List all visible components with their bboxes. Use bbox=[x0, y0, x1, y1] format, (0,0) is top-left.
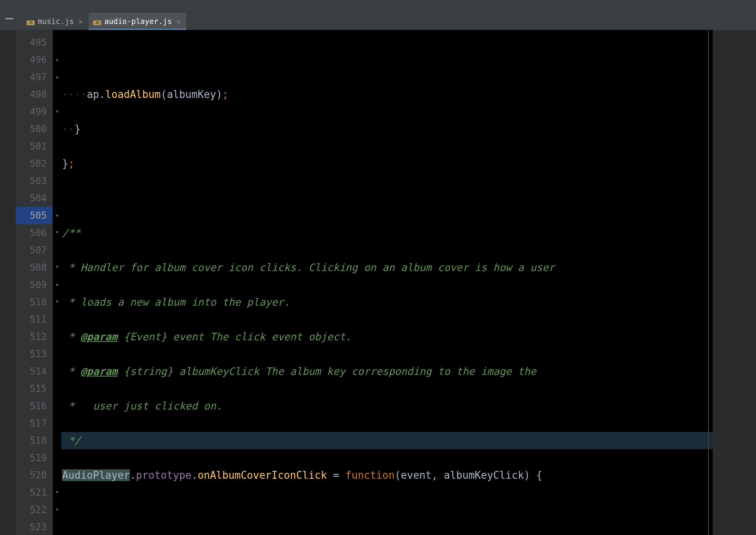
line-number[interactable]: 516 bbox=[16, 397, 52, 415]
fold-open-icon[interactable] bbox=[53, 224, 61, 241]
code-line[interactable]: }; bbox=[61, 155, 713, 172]
fold-close-icon[interactable] bbox=[53, 276, 61, 293]
code-line[interactable]: AudioPlayer.prototype.onAlbumCoverIconCl… bbox=[61, 467, 713, 484]
line-number[interactable]: 507 bbox=[16, 242, 52, 259]
tab-music-js[interactable]: JS music.js × bbox=[22, 13, 89, 30]
fold-gutter-cell bbox=[53, 310, 61, 328]
title-bar bbox=[0, 0, 756, 13]
code-line[interactable]: * @param {string} albumKeyClick The albu… bbox=[61, 363, 713, 380]
line-number[interactable]: 517 bbox=[16, 415, 52, 432]
editor: 4954964974984995005015025035045055065075… bbox=[0, 30, 756, 535]
line-number[interactable]: 495 bbox=[16, 34, 52, 51]
tab-audio-player-js[interactable]: JS audio-player.js × bbox=[89, 13, 186, 30]
fold-gutter-cell bbox=[53, 34, 61, 51]
fold-gutter-cell bbox=[53, 380, 61, 397]
line-number[interactable]: 508 bbox=[16, 259, 52, 276]
fold-gutter-cell bbox=[53, 432, 61, 449]
fold-gutter-cell bbox=[53, 362, 61, 380]
line-number[interactable]: 515 bbox=[16, 380, 52, 397]
code-line[interactable]: * Handler for album cover icon clicks. C… bbox=[61, 259, 713, 276]
tab-label: music.js bbox=[38, 17, 74, 26]
line-number[interactable]: 509 bbox=[16, 276, 52, 293]
code-line[interactable] bbox=[61, 190, 713, 207]
line-number[interactable]: 496 bbox=[16, 51, 52, 68]
line-number[interactable]: 514 bbox=[16, 363, 52, 380]
line-number[interactable]: 519 bbox=[16, 449, 52, 467]
fold-gutter-cell bbox=[53, 241, 61, 258]
code-line[interactable]: ··} bbox=[61, 120, 713, 138]
line-number[interactable]: 521 bbox=[16, 484, 52, 501]
line-number[interactable]: 518 bbox=[16, 432, 52, 449]
line-number[interactable]: 523 bbox=[16, 518, 52, 535]
close-icon[interactable]: × bbox=[177, 17, 181, 26]
line-number[interactable]: 522 bbox=[16, 501, 52, 518]
right-panel bbox=[713, 30, 756, 535]
code-line[interactable]: * loads a new album into the player. bbox=[61, 293, 713, 311]
line-number[interactable]: 497 bbox=[16, 68, 52, 86]
code-area[interactable]: ····ap.loadAlbum(albumKey); ··} }; /** *… bbox=[61, 30, 713, 535]
line-number[interactable]: 504 bbox=[16, 190, 52, 207]
code-line[interactable]: * user just clicked on. bbox=[61, 397, 713, 415]
tab-label: audio-player.js bbox=[104, 17, 172, 26]
left-margin bbox=[0, 30, 16, 535]
close-icon[interactable]: × bbox=[79, 17, 83, 26]
line-number[interactable]: 511 bbox=[16, 311, 52, 328]
fold-close-icon[interactable] bbox=[53, 483, 61, 500]
line-number[interactable]: 500 bbox=[16, 120, 52, 138]
tab-bar: JS music.js × JS audio-player.js × bbox=[0, 13, 756, 30]
code-line[interactable]: ····ap.loadAlbum(albumKey); bbox=[61, 86, 713, 103]
right-margin-line bbox=[708, 30, 709, 535]
line-number[interactable]: 513 bbox=[16, 345, 52, 363]
fold-close-icon[interactable] bbox=[53, 207, 61, 224]
fold-column[interactable] bbox=[53, 30, 61, 535]
fold-close-icon[interactable] bbox=[53, 500, 61, 518]
fold-gutter-cell bbox=[53, 518, 61, 535]
line-number[interactable]: 501 bbox=[16, 138, 52, 155]
code-line[interactable] bbox=[61, 501, 713, 518]
fold-gutter-cell bbox=[53, 172, 61, 190]
fold-gutter-cell bbox=[53, 138, 61, 155]
fold-gutter-cell bbox=[53, 86, 61, 103]
fold-gutter-cell bbox=[53, 449, 61, 466]
fold-close-icon[interactable] bbox=[53, 68, 61, 86]
fold-gutter-cell bbox=[53, 189, 61, 207]
line-number[interactable]: 499 bbox=[16, 103, 52, 120]
code-line[interactable]: * @param {Event} event The click event o… bbox=[61, 328, 713, 345]
fold-gutter-cell bbox=[53, 155, 61, 172]
line-number[interactable]: 505 bbox=[16, 207, 52, 224]
js-file-icon: JS bbox=[93, 17, 101, 25]
code-line[interactable]: /** bbox=[61, 224, 713, 242]
line-number[interactable]: 512 bbox=[16, 328, 52, 345]
fold-open-icon[interactable] bbox=[53, 103, 61, 120]
code-line[interactable]: */ bbox=[61, 432, 713, 449]
fold-open-icon[interactable] bbox=[53, 293, 61, 310]
js-file-icon: JS bbox=[27, 17, 35, 25]
fold-gutter-cell bbox=[53, 466, 61, 483]
fold-gutter-cell bbox=[53, 120, 61, 138]
line-number[interactable]: 498 bbox=[16, 86, 52, 103]
menu-icon[interactable] bbox=[6, 18, 13, 19]
line-number[interactable]: 520 bbox=[16, 467, 52, 484]
fold-gutter-cell bbox=[53, 397, 61, 414]
line-number[interactable]: 502 bbox=[16, 155, 52, 172]
fold-close-icon[interactable] bbox=[53, 51, 61, 68]
line-number-gutter[interactable]: 4954964974984995005015025035045055065075… bbox=[16, 30, 53, 535]
line-number[interactable]: 503 bbox=[16, 172, 52, 190]
fold-gutter-cell bbox=[53, 345, 61, 362]
line-number[interactable]: 510 bbox=[16, 293, 52, 311]
fold-gutter-cell bbox=[53, 414, 61, 432]
fold-open-icon[interactable] bbox=[53, 258, 61, 276]
line-number[interactable]: 506 bbox=[16, 224, 52, 242]
fold-gutter-cell bbox=[53, 328, 61, 345]
